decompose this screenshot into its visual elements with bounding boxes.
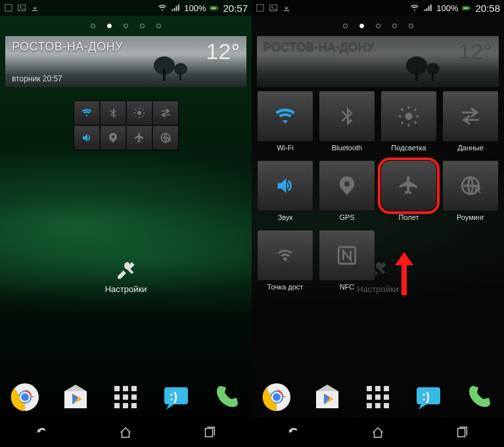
svg-rect-29 xyxy=(114,386,120,391)
page-indicator[interactable] xyxy=(252,16,504,36)
messaging-app[interactable]: :) xyxy=(161,382,191,412)
home-button[interactable] xyxy=(356,423,400,442)
qs-tile-gps[interactable]: GPS xyxy=(319,160,375,225)
qs-tile-label: Звук xyxy=(278,213,293,221)
qs-tile-nfc[interactable]: NFC xyxy=(319,230,375,295)
svg-rect-55 xyxy=(384,394,389,400)
play-store-app[interactable] xyxy=(312,382,342,412)
svg-rect-44 xyxy=(432,72,434,81)
qs-tile-sound[interactable]: Звук xyxy=(257,160,313,225)
qs-tile-label: GPS xyxy=(339,213,354,221)
download-icon xyxy=(30,3,39,12)
dock: :) xyxy=(252,376,504,418)
svg-rect-57 xyxy=(375,403,380,408)
back-button[interactable] xyxy=(272,423,315,442)
picture-icon xyxy=(17,3,26,12)
qs-tile-label: Данные xyxy=(457,144,484,152)
toggle-bluetooth[interactable] xyxy=(101,101,126,125)
svg-rect-33 xyxy=(123,394,128,400)
svg-rect-23 xyxy=(179,72,181,81)
brightness-icon[interactable] xyxy=(380,91,437,142)
picture-icon xyxy=(269,3,278,12)
svg-rect-37 xyxy=(131,403,137,408)
weather-widget[interactable]: РОСТОВ-НА-ДОНУ 12° xyxy=(257,36,499,87)
recent-apps-button[interactable] xyxy=(188,423,231,442)
wifi-status-icon xyxy=(158,3,167,12)
qs-tile-hotspot[interactable]: Точка дост xyxy=(257,230,313,295)
bluetooth-icon[interactable] xyxy=(319,91,375,142)
svg-text::): :) xyxy=(422,390,430,403)
svg-rect-32 xyxy=(114,394,120,400)
settings-shortcut[interactable]: Настройки xyxy=(97,259,156,294)
settings-label: Настройки xyxy=(97,284,156,294)
battery-icon xyxy=(462,3,471,12)
roaming-icon[interactable] xyxy=(442,160,499,211)
qs-tile-airplane[interactable]: Полет xyxy=(380,160,437,225)
airplane-icon[interactable] xyxy=(380,160,437,211)
svg-rect-52 xyxy=(384,386,389,391)
weather-widget[interactable]: РОСТОВ-НА-ДОНУ вторник 20:57 12° xyxy=(5,36,246,87)
qs-tile-wifi[interactable]: Wi-Fi xyxy=(257,91,313,156)
svg-rect-30 xyxy=(123,386,128,391)
qs-tile-label: Точка дост xyxy=(267,283,304,291)
nfc-icon[interactable] xyxy=(319,230,375,281)
chrome-app[interactable] xyxy=(262,382,292,412)
app-drawer[interactable] xyxy=(363,382,393,412)
svg-rect-35 xyxy=(114,403,120,408)
status-bar: 100% 20:58 xyxy=(252,0,504,16)
screenshot-left: 100% 20:57 РОСТОВ-НА-ДОНУ вторник 20:57 … xyxy=(0,0,252,447)
qs-tile-bluetooth[interactable]: Bluetooth xyxy=(319,91,375,156)
hotspot-icon[interactable] xyxy=(257,230,313,281)
svg-rect-40 xyxy=(257,5,263,11)
qs-tile-brightness[interactable]: Подсветка xyxy=(380,91,437,156)
weather-illustration xyxy=(148,49,200,82)
weather-daytime: вторник 20:57 xyxy=(12,74,62,83)
svg-rect-56 xyxy=(367,403,372,408)
weather-temperature: 12° xyxy=(206,39,240,64)
battery-icon xyxy=(210,3,219,12)
svg-point-48 xyxy=(273,393,281,401)
app-drawer[interactable] xyxy=(110,382,141,412)
svg-point-27 xyxy=(21,393,29,401)
svg-rect-50 xyxy=(367,386,372,391)
toggle-data-arrows[interactable] xyxy=(153,101,178,125)
toggle-sound[interactable] xyxy=(74,126,99,150)
toggle-wifi[interactable] xyxy=(74,101,99,125)
phone-app[interactable] xyxy=(212,382,242,412)
toggle-gps[interactable] xyxy=(101,126,126,150)
svg-rect-36 xyxy=(123,403,128,408)
home-button[interactable] xyxy=(104,423,147,442)
recent-apps-button[interactable] xyxy=(440,423,484,442)
qs-tile-label: Подсветка xyxy=(391,144,426,152)
wifi-status-icon xyxy=(410,3,419,12)
gps-icon[interactable] xyxy=(319,160,375,211)
qs-tile-data[interactable]: Данные xyxy=(442,91,499,156)
toggle-roaming[interactable] xyxy=(153,126,178,150)
back-button[interactable] xyxy=(20,423,64,442)
svg-rect-42 xyxy=(415,69,418,81)
svg-rect-31 xyxy=(131,386,137,391)
nav-bar xyxy=(0,418,252,447)
nav-bar xyxy=(252,418,504,447)
page-indicator[interactable] xyxy=(0,16,252,36)
chrome-app[interactable] xyxy=(10,382,40,412)
messaging-app[interactable]: :) xyxy=(413,382,444,412)
qs-tile-roaming[interactable]: Роуминг xyxy=(442,160,499,225)
status-bar: 100% 20:57 xyxy=(0,0,252,16)
toggle-brightness[interactable] xyxy=(127,101,152,125)
notification-icon xyxy=(256,3,265,12)
svg-rect-21 xyxy=(163,69,166,81)
wifi-icon[interactable] xyxy=(257,91,313,142)
dock: :) xyxy=(0,376,252,418)
sound-icon[interactable] xyxy=(257,160,313,211)
toggle-airplane[interactable] xyxy=(127,126,152,150)
weather-illustration xyxy=(400,49,453,82)
weather-city: РОСТОВ-НА-ДОНУ xyxy=(263,40,375,54)
svg-rect-51 xyxy=(375,386,380,391)
weather-city: РОСТОВ-НА-ДОНУ xyxy=(12,40,123,54)
phone-app[interactable] xyxy=(464,382,494,412)
play-store-app[interactable] xyxy=(60,382,91,412)
qs-tile-label: Bluetooth xyxy=(332,144,362,152)
signal-icon xyxy=(171,3,180,12)
data-arrows-icon[interactable] xyxy=(442,91,499,142)
